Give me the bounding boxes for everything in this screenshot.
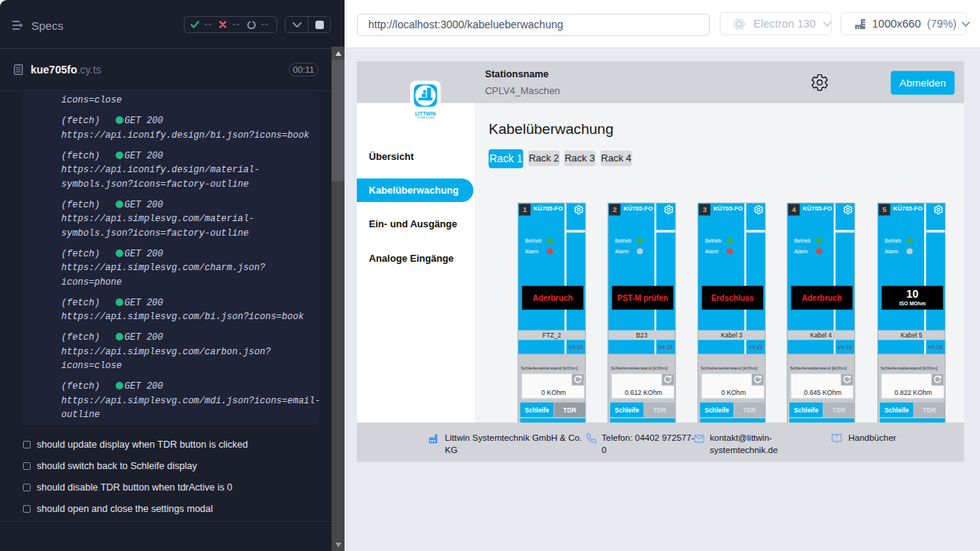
svg-text:LITTWIN: LITTWIN: [415, 111, 436, 116]
svg-text:SYSTEMTECHNIK: SYSTEMTECHNIK: [416, 116, 434, 119]
